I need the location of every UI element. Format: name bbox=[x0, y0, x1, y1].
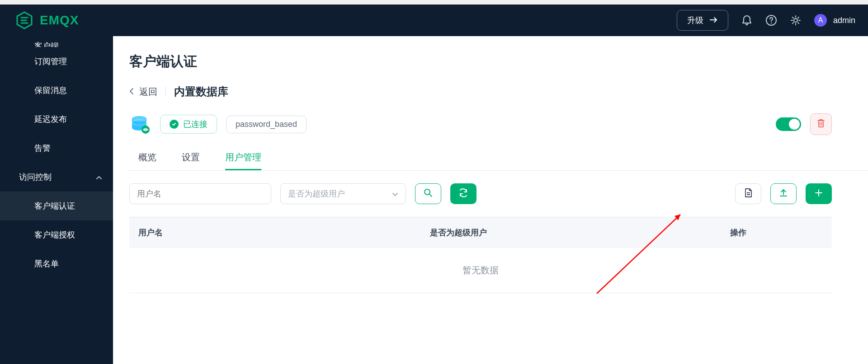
col-actions: 操作 bbox=[594, 227, 823, 238]
page-subtitle: 内置数据库 bbox=[174, 84, 228, 99]
upload-icon bbox=[779, 188, 788, 199]
brand-name: EMQX bbox=[40, 13, 79, 28]
import-button[interactable] bbox=[770, 183, 797, 204]
tab-overview[interactable]: 概览 bbox=[138, 146, 156, 170]
gear-icon[interactable] bbox=[790, 14, 802, 26]
tab-label: 设置 bbox=[182, 152, 200, 162]
user-name: admin bbox=[833, 16, 855, 25]
select-placeholder: 是否为超级用户 bbox=[288, 188, 345, 199]
plus-icon bbox=[814, 188, 823, 199]
add-button[interactable] bbox=[806, 183, 832, 204]
toggle-knob bbox=[789, 119, 800, 130]
brand[interactable]: EMQX bbox=[13, 11, 79, 29]
back-label: 返回 bbox=[139, 86, 157, 98]
upgrade-button[interactable]: 升级 bbox=[677, 10, 728, 31]
chevron-down-icon bbox=[392, 189, 398, 199]
username-input[interactable] bbox=[129, 183, 271, 204]
sidebar-item-partial[interactable]: 客户端 bbox=[0, 38, 113, 47]
tab-label: 概览 bbox=[138, 152, 156, 162]
table-header: 用户名 是否为超级用户 操作 bbox=[129, 217, 832, 248]
table-empty: 暂无数据 bbox=[129, 248, 832, 293]
avatar: A bbox=[814, 14, 827, 27]
upgrade-label: 升级 bbox=[687, 15, 703, 26]
main-content: 客户端认证 返回 内置数据库 bbox=[113, 36, 868, 364]
type-tag: password_based bbox=[226, 116, 307, 133]
bell-icon[interactable] bbox=[741, 14, 753, 26]
sidebar-item-label: 订阅管理 bbox=[34, 57, 67, 66]
check-icon bbox=[170, 120, 179, 129]
sidebar-section-access[interactable]: 访问控制 bbox=[0, 163, 113, 191]
connection-row: 已连接 password_based bbox=[129, 113, 868, 135]
toolbar: 是否为超级用户 bbox=[129, 171, 868, 217]
status-label: 已连接 bbox=[183, 119, 208, 130]
chevron-up-icon bbox=[96, 173, 102, 182]
sidebar-item-authz[interactable]: 客户端授权 bbox=[0, 220, 113, 249]
svg-point-8 bbox=[425, 189, 430, 195]
sidebar-item-label: 黑名单 bbox=[34, 259, 59, 268]
chevron-left-icon bbox=[129, 87, 134, 97]
top-header: EMQX 升级 A admin bbox=[0, 0, 868, 36]
sidebar-item-label: 保留消息 bbox=[34, 86, 67, 95]
divider bbox=[165, 87, 166, 97]
sidebar-item-label: 延迟发布 bbox=[34, 115, 67, 124]
tab-label: 用户管理 bbox=[225, 152, 261, 162]
search-button[interactable] bbox=[415, 183, 441, 204]
status-badge: 已连接 bbox=[160, 115, 217, 134]
sidebar-item-authn[interactable]: 客户端认证 bbox=[0, 191, 113, 220]
search-icon bbox=[424, 188, 433, 199]
svg-point-3 bbox=[794, 19, 797, 22]
sidebar-section-label: 访问控制 bbox=[19, 172, 52, 182]
refresh-button[interactable] bbox=[450, 183, 476, 204]
arrow-right-icon bbox=[710, 16, 718, 25]
database-icon bbox=[129, 113, 151, 135]
sidebar-item-retained[interactable]: 保留消息 bbox=[0, 76, 113, 105]
enable-toggle[interactable] bbox=[776, 117, 801, 131]
sidebar-item-label: 客户端认证 bbox=[34, 201, 75, 210]
brand-logo-icon bbox=[15, 11, 33, 29]
sidebar-item-blacklist[interactable]: 黑名单 bbox=[0, 249, 113, 278]
superuser-select[interactable]: 是否为超级用户 bbox=[280, 183, 406, 204]
user-menu[interactable]: A admin bbox=[814, 14, 855, 27]
col-username: 用户名 bbox=[138, 227, 367, 238]
refresh-icon bbox=[458, 188, 468, 199]
header-right: 升级 A admin bbox=[677, 10, 855, 31]
page-title: 客户端认证 bbox=[129, 52, 868, 71]
sidebar-item-label: 告警 bbox=[34, 144, 51, 153]
export-button[interactable] bbox=[735, 183, 761, 204]
svg-point-2 bbox=[771, 23, 772, 23]
sidebar: 客户端 订阅管理 保留消息 延迟发布 告警 访问控制 客户端认证 客户端授权 黑… bbox=[0, 36, 113, 364]
trash-icon bbox=[816, 118, 826, 130]
col-superuser: 是否为超级用户 bbox=[367, 227, 595, 238]
sidebar-item-label: 客户端授权 bbox=[34, 230, 75, 239]
delete-button[interactable] bbox=[810, 113, 832, 135]
tabs: 概览 设置 用户管理 bbox=[129, 146, 868, 171]
sidebar-item-subscriptions[interactable]: 订阅管理 bbox=[0, 47, 113, 76]
sidebar-item-delayed[interactable]: 延迟发布 bbox=[0, 105, 113, 134]
users-table: 用户名 是否为超级用户 操作 暂无数据 bbox=[129, 217, 832, 293]
back-button[interactable]: 返回 bbox=[129, 86, 157, 98]
tab-settings[interactable]: 设置 bbox=[182, 146, 200, 170]
sidebar-item-alarm[interactable]: 告警 bbox=[0, 134, 113, 163]
tab-users[interactable]: 用户管理 bbox=[225, 146, 261, 170]
document-icon bbox=[744, 188, 752, 200]
help-icon[interactable] bbox=[765, 14, 777, 26]
breadcrumb: 返回 内置数据库 bbox=[129, 84, 868, 99]
